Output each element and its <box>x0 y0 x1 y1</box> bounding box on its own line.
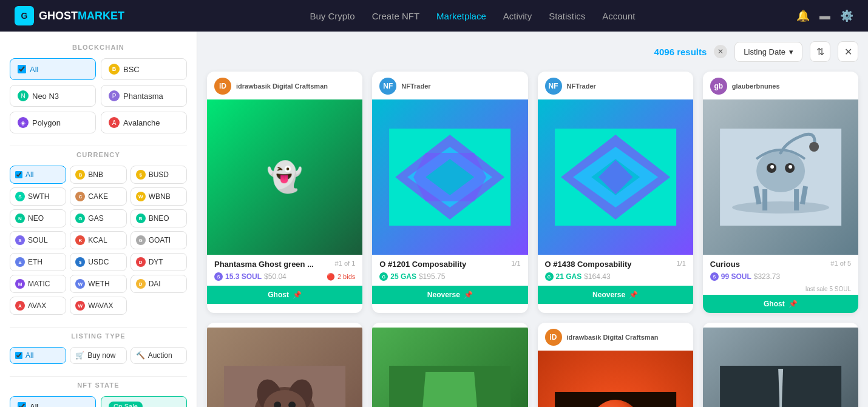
svg-rect-13 <box>794 189 799 210</box>
nft-card-2-footer[interactable]: Neoverse 📌 <box>372 286 527 304</box>
blockchain-polygon[interactable]: ◈ Polygon <box>10 112 96 133</box>
blockchain-avalanche[interactable]: A Avalanche <box>101 112 187 133</box>
dai-icon: D <box>136 279 146 289</box>
nft-card-4-title: Curious <box>710 260 831 269</box>
currency-all-checkbox[interactable] <box>15 171 22 178</box>
currency-wbnb-label: WBNB <box>149 192 171 201</box>
nft-state-on-sale[interactable]: On Sale <box>101 396 187 407</box>
settings-icon[interactable]: ⚙️ <box>840 9 853 22</box>
nft-state-all[interactable]: All <box>10 396 96 407</box>
currency-matic-label: MATIC <box>28 280 50 288</box>
currency-eth[interactable]: Ξ ETH <box>10 253 66 271</box>
sword-svg <box>703 366 858 407</box>
nft-card-8-image <box>703 328 858 407</box>
currency-swth[interactable]: S SWTH <box>10 187 66 206</box>
nav-marketplace[interactable]: Marketplace <box>436 11 486 21</box>
nft-card-3-footer[interactable]: Neoverse 📌 <box>538 286 693 304</box>
listing-all-checkbox[interactable] <box>15 352 22 359</box>
currency-gas[interactable]: G GAS <box>70 209 126 227</box>
nft-card-2-info: O #1201 Composability 1/1 G 25 GAS $195.… <box>372 255 527 286</box>
currency-goati[interactable]: G GOATI <box>131 231 187 249</box>
currency-usdc[interactable]: $ USDC <box>70 253 126 271</box>
neoverse-collection-label-2: Neoverse <box>592 291 625 299</box>
blockchain-all-label: All <box>30 65 38 74</box>
main-nav: Buy Crypto Create NFT Marketplace Activi… <box>149 11 796 21</box>
nft-card-2-price-usd: $195.75 <box>419 272 445 281</box>
currency-swth-label: SWTH <box>28 192 49 201</box>
currency-busd[interactable]: $ BUSD <box>131 166 187 184</box>
listing-all[interactable]: All <box>10 347 66 364</box>
currency-eth-label: ETH <box>28 258 42 266</box>
logo[interactable]: G GHOSTMARKET <box>15 6 124 25</box>
currency-soul[interactable]: S SOUL <box>10 231 66 249</box>
blockchain-phantasma[interactable]: P Phantasma <box>101 85 187 107</box>
listing-buy-now[interactable]: 🛒 Buy now <box>70 347 126 364</box>
nft-card-7: iD idrawbasik Digital Craftsman <box>538 323 693 407</box>
nav-create-nft[interactable]: Create NFT <box>372 11 419 21</box>
currency-avax[interactable]: A AVAX <box>10 297 66 315</box>
currency-all[interactable]: All <box>10 166 66 184</box>
blockchain-all-checkbox[interactable] <box>18 65 26 73</box>
nft-card-2-title: O #1201 Composability <box>379 260 511 269</box>
currency-neo[interactable]: N NEO <box>10 209 66 227</box>
nft-card-1-info: Phantasma Ghost green ... #1 of 1 S 15.3… <box>207 255 362 286</box>
blockchain-all[interactable]: All <box>10 58 96 80</box>
blockchain-bsc[interactable]: B BSC <box>101 58 187 80</box>
nft-card-7-header: iD idrawbasik Digital Craftsman <box>538 323 693 346</box>
wallet-icon[interactable]: ▬ <box>819 10 830 22</box>
sort-dropdown[interactable]: Listing Date ▾ <box>734 42 802 62</box>
nav-account[interactable]: Account <box>602 11 635 21</box>
notification-icon[interactable]: 🔔 <box>796 9 810 22</box>
nav-activity[interactable]: Activity <box>503 11 532 21</box>
currency-kcal[interactable]: K KCAL <box>70 231 126 249</box>
weth-icon: W <box>75 279 85 289</box>
nft-card-5-image <box>207 328 362 407</box>
currency-wbnb[interactable]: W WBNB <box>131 187 187 206</box>
nft-state-filter: NFT STATE All On Sale <box>10 382 187 407</box>
nft-card-1-author: idrawbasik Digital Craftsman <box>236 82 328 90</box>
pants-svg <box>372 366 527 407</box>
egg-svg <box>538 392 693 407</box>
logo-icon: G <box>15 6 34 25</box>
nft-card-1-image: 👻 <box>207 99 362 255</box>
dog-svg <box>207 366 362 407</box>
currency-busd-label: BUSD <box>149 170 169 179</box>
nft-state-all-checkbox[interactable] <box>18 402 26 407</box>
blockchain-neo3[interactable]: N Neo N3 <box>10 85 96 107</box>
nav-buy-crypto[interactable]: Buy Crypto <box>310 11 355 21</box>
currency-avax-label: AVAX <box>28 301 46 310</box>
svg-point-20 <box>788 165 792 169</box>
nft-card-4-footer[interactable]: Ghost 📌 <box>703 295 858 313</box>
currency-dyt[interactable]: D DYT <box>131 253 187 271</box>
currency-bneo[interactable]: B BNEO <box>131 209 187 227</box>
currency-dai[interactable]: D DAI <box>131 275 187 293</box>
soul-price-icon-4: S <box>710 272 719 281</box>
clear-results-button[interactable]: ✕ <box>714 45 727 58</box>
currency-bnb-label: BNB <box>88 170 103 179</box>
currency-matic[interactable]: M MATIC <box>10 275 66 293</box>
nft-card-1-footer[interactable]: Ghost 📌 <box>207 286 362 304</box>
currency-bnb[interactable]: B BNB <box>70 166 126 184</box>
sort-order-button[interactable]: ⇅ <box>810 41 830 62</box>
nft-card-1-bids: 🔴 2 bids <box>327 273 355 281</box>
nft-card-3-edition: 1/1 <box>676 260 685 267</box>
currency-cake[interactable]: C CAKE <box>70 187 126 206</box>
svg-point-11 <box>732 201 829 214</box>
nft-card-3-image <box>538 99 693 255</box>
avax-icon: A <box>15 301 25 311</box>
sort-label: Listing Date <box>744 47 785 56</box>
listing-auction[interactable]: 🔨 Auction <box>131 347 187 364</box>
currency-wavax[interactable]: W WAVAX <box>70 297 126 315</box>
listing-type-title: LISTING TYPE <box>10 332 187 340</box>
nft-card-3-price-usd: $164.43 <box>584 272 610 281</box>
currency-neo-label: NEO <box>28 214 44 223</box>
nft-state-title: NFT STATE <box>10 382 187 389</box>
currency-dai-label: DAI <box>149 280 161 288</box>
bsc-icon: B <box>109 64 120 75</box>
nav-statistics[interactable]: Statistics <box>549 11 585 21</box>
clear-sort-button[interactable]: ✕ <box>838 41 858 62</box>
currency-kcal-label: KCAL <box>88 236 107 244</box>
nft-card-4-price-main: 99 SOUL <box>721 272 751 281</box>
currency-weth[interactable]: W WETH <box>70 275 126 293</box>
nft-card-4-price: S 99 SOUL $323.73 <box>710 272 780 281</box>
